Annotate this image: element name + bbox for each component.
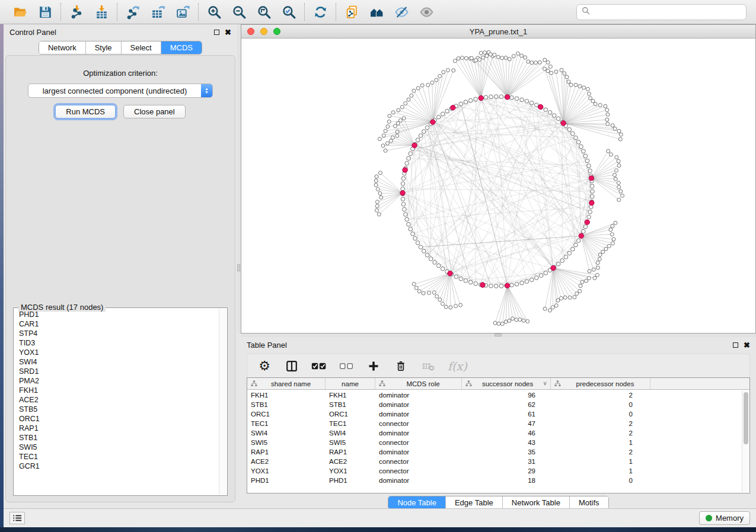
deselect-all-checkbox-icon[interactable] [339,358,354,374]
refresh-icon[interactable] [312,4,328,20]
show-all-icon[interactable] [418,4,435,20]
mcds-result-item[interactable]: FKH1 [15,386,218,395]
import-network-icon[interactable] [68,4,85,20]
mcds-result-item[interactable]: STB5 [15,405,218,414]
table-cell[interactable]: 2 [551,430,650,437]
mcds-result-item[interactable]: RAP1 [15,424,218,433]
table-cell[interactable]: 29 [462,467,551,475]
column-header-shared-name[interactable]: shared name [247,378,326,389]
table-cell[interactable]: dominator [375,411,462,418]
search-box[interactable] [576,4,747,20]
float-panel-icon[interactable] [214,30,219,35]
dominator-node[interactable] [579,233,583,238]
table-cell[interactable]: SWI4 [326,430,375,437]
table-cell[interactable]: STB1 [247,401,326,408]
tab-motifs[interactable]: Motifs [570,496,608,509]
table-cell[interactable]: 18 [462,477,551,484]
table-row[interactable]: TEC1TEC1connector472 [247,419,741,428]
table-cell[interactable]: PHD1 [247,477,326,484]
dominator-node[interactable] [451,105,455,110]
dominator-node[interactable] [551,265,556,270]
splitter-grip[interactable] [237,264,240,271]
table-cell[interactable]: 1 [551,467,650,475]
table-cell[interactable]: STB1 [326,401,375,408]
table-cell[interactable]: 2 [551,392,650,399]
mcds-result-item[interactable]: TID3 [15,338,218,348]
mcds-list-scrollbar[interactable] [219,309,227,495]
table-cell[interactable]: RAP1 [326,448,375,456]
table-cell[interactable]: 2 [551,448,650,456]
memory-button[interactable]: Memory [699,511,750,525]
mcds-result-item[interactable]: SWI4 [15,357,218,367]
table-cell[interactable]: 31 [462,458,551,465]
table-row[interactable]: RAP1RAP1dominator352 [247,447,741,457]
table-cell[interactable]: SWI4 [247,430,326,437]
dominator-node[interactable] [480,283,485,287]
task-history-icon[interactable] [9,512,25,524]
tab-edge-table[interactable]: Edge Table [446,496,503,509]
close-window-icon[interactable] [247,28,254,35]
dominator-node[interactable] [412,143,417,148]
table-cell[interactable]: 62 [462,401,551,408]
table-cell[interactable]: 0 [551,477,650,484]
column-header-mcds-role[interactable]: MCDS role [375,378,462,389]
table-cell[interactable]: ORC1 [247,411,326,418]
show-columns-icon[interactable] [284,358,299,374]
tab-node-table[interactable]: Node Table [388,496,446,509]
add-column-icon[interactable] [366,358,381,374]
table-cell[interactable]: connector [375,420,462,427]
save-icon[interactable] [37,4,53,20]
mcds-result-item[interactable]: ACE2 [15,395,218,405]
dominator-node[interactable] [403,168,407,172]
table-cell[interactable]: 0 [551,401,650,408]
dominator-node[interactable] [589,176,594,181]
table-cell[interactable]: 2 [551,420,650,427]
dominator-node[interactable] [505,95,510,100]
float-panel-icon[interactable] [733,342,738,348]
column-header-successor-nodes[interactable]: successor nodes ˅ [462,378,551,389]
run-mcds-button[interactable]: Run MCDS [55,105,116,118]
network-graph-canvas[interactable] [241,39,755,333]
mcds-result-item[interactable]: CAR1 [15,319,218,329]
criterion-dropdown[interactable]: largest connected component (undirected)… [28,84,213,98]
dominator-node[interactable] [430,120,435,124]
table-row[interactable]: FKH1FKH1dominator962 [247,390,741,400]
dominator-node[interactable] [448,271,452,275]
dominator-node[interactable] [589,200,594,205]
table-cell[interactable]: 43 [462,439,551,446]
table-row[interactable]: SWI4SWI4dominator462 [247,428,741,438]
dominator-node[interactable] [505,283,510,288]
table-cell[interactable]: TEC1 [247,420,326,427]
table-row[interactable]: SWI5SWI5connector431 [247,438,741,447]
table-cell[interactable]: SWI5 [326,439,375,446]
table-cell[interactable]: dominator [375,448,462,456]
minimize-window-icon[interactable] [260,28,267,35]
clone-network-icon[interactable] [343,4,360,20]
tab-select[interactable]: Select [122,41,161,54]
table-cell[interactable]: TEC1 [326,420,375,427]
mcds-result-item[interactable]: GCR1 [15,462,218,471]
tab-style[interactable]: Style [86,41,122,54]
table-row[interactable]: ORC1ORC1dominator610 [247,409,741,419]
table-cell[interactable]: 46 [462,430,551,437]
table-cell[interactable]: dominator [375,401,462,408]
table-cell[interactable]: dominator [375,430,462,437]
table-cell[interactable]: dominator [375,392,462,399]
network-window-titlebar[interactable]: YPA_prune.txt_1 [241,25,755,39]
mcds-result-item[interactable]: STP4 [15,329,218,338]
close-panel-icon[interactable]: ✖ [744,342,750,348]
mcds-result-item[interactable]: YOX1 [15,348,218,357]
dominator-node[interactable] [479,95,483,100]
mcds-result-item[interactable]: STB1 [15,433,218,443]
import-table-icon[interactable] [93,4,110,20]
table-scrollbar-thumb[interactable] [744,392,748,444]
close-panel-button[interactable]: Close panel [123,105,186,118]
mcds-result-item[interactable]: PHD1 [15,310,218,319]
dominator-node[interactable] [585,220,589,225]
table-scrollbar[interactable] [742,390,749,492]
table-cell[interactable]: ACE2 [247,458,326,465]
table-cell[interactable]: dominator [375,477,462,484]
table-cell[interactable]: connector [375,458,462,465]
select-all-checkbox-icon[interactable] [311,358,327,374]
table-row[interactable]: ACE2ACE2connector311 [247,457,741,466]
